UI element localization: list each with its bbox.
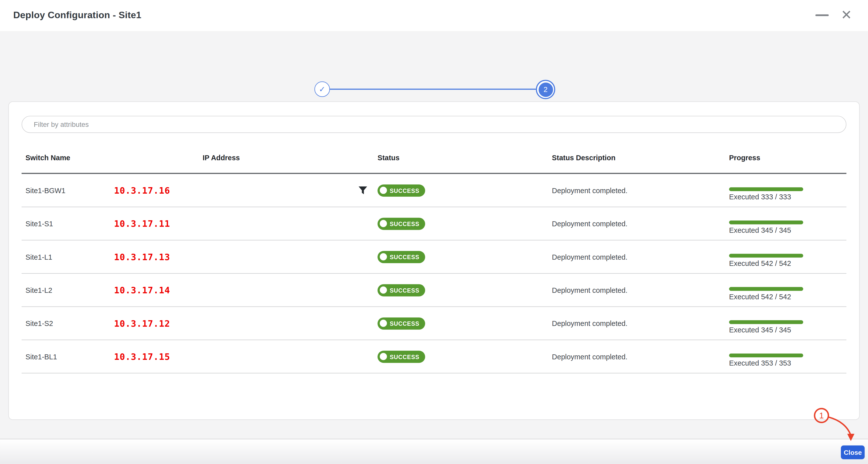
table-row: Site1-L1 10.3.17.13 SUCCESS Deployment c… [22, 240, 846, 273]
status-dot-icon [380, 187, 387, 194]
progress-cell: Executed 542 / 542 [729, 287, 806, 301]
progress-label: Executed 345 / 345 [729, 326, 806, 334]
status-description-cell: Deployment completed. [552, 319, 628, 327]
col-status: Status [377, 143, 399, 173]
progress-label: Executed 542 / 542 [729, 293, 806, 301]
deploy-configuration-dialog: Deploy Configuration - Site1 ✕ ✓ 2 Confi… [0, 0, 868, 464]
minimize-icon[interactable] [815, 14, 829, 16]
table-row: Site1-BL1 10.3.17.15 SUCCESS Deployment … [22, 340, 846, 373]
col-progress: Progress [729, 143, 760, 173]
col-status-description: Status Description [552, 143, 616, 173]
ip-address-cell: 10.3.17.12 [114, 318, 170, 328]
progress-label: Executed 542 / 542 [729, 259, 806, 267]
status-badge: SUCCESS [377, 317, 425, 329]
filter-funnel-icon[interactable] [358, 186, 368, 195]
status-dot-icon [380, 320, 387, 327]
ip-address-cell: 10.3.17.16 [114, 185, 170, 196]
stepper-connector [330, 89, 536, 90]
status-badge: SUCCESS [377, 251, 425, 263]
ip-address-cell: 10.3.17.14 [114, 285, 170, 295]
footer-bar: Close [0, 439, 868, 464]
status-dot-icon [380, 253, 387, 260]
status-dot-icon [380, 353, 387, 360]
close-icon[interactable]: ✕ [839, 7, 854, 23]
progress-bar [729, 353, 803, 357]
progress-bar [729, 187, 803, 191]
status-description-cell: Deployment completed. [552, 352, 628, 360]
ip-address-cell: 10.3.17.15 [114, 351, 170, 362]
progress-label: Executed 353 / 353 [729, 359, 806, 367]
progress-bar [729, 320, 803, 324]
status-label: SUCCESS [390, 220, 419, 227]
switch-name-cell: Site1-BGW1 [25, 186, 65, 194]
progress-cell: Executed 333 / 333 [729, 187, 806, 201]
progress-bar [729, 287, 803, 291]
filter-input[interactable] [22, 116, 846, 133]
status-description-cell: Deployment completed. [552, 219, 628, 228]
switch-name-cell: Site1-L1 [25, 253, 52, 261]
progress-bar [729, 221, 803, 225]
dialog-title: Deploy Configuration - Site1 [13, 0, 141, 31]
table-row: Site1-S2 10.3.17.12 SUCCESS Deployment c… [22, 307, 846, 340]
progress-cell: Executed 345 / 345 [729, 221, 806, 234]
step-number: 2 [538, 82, 553, 97]
progress-label: Executed 345 / 345 [729, 226, 806, 234]
stepper: ✓ 2 Config Preview Deploy Progress [0, 31, 868, 101]
step-config-preview-circle[interactable]: ✓ [314, 82, 330, 97]
step-deploy-progress-circle[interactable]: 2 [536, 80, 555, 99]
status-badge: SUCCESS [377, 350, 425, 362]
table-row: Site1-BGW1 10.3.17.16 SUCCESS Deployment… [22, 174, 846, 207]
status-label: SUCCESS [390, 353, 419, 360]
ip-address-cell: 10.3.17.13 [114, 252, 170, 262]
switch-name-cell: Site1-L2 [25, 286, 52, 294]
table-body: Site1-BGW1 10.3.17.16 SUCCESS Deployment… [22, 174, 846, 373]
progress-bar [729, 254, 803, 258]
status-badge: SUCCESS [377, 184, 425, 196]
check-icon: ✓ [319, 85, 326, 94]
progress-label: Executed 333 / 333 [729, 193, 806, 201]
table-row: Site1-L2 10.3.17.14 SUCCESS Deployment c… [22, 273, 846, 307]
switch-name-cell: Site1-S2 [25, 319, 53, 327]
status-label: SUCCESS [390, 254, 419, 260]
status-description-cell: Deployment completed. [552, 253, 628, 261]
deploy-progress-card: Switch Name IP Address Status Status Des… [8, 102, 860, 420]
status-badge: SUCCESS [377, 218, 425, 230]
close-button[interactable]: Close [841, 445, 865, 459]
col-switch-name: Switch Name [25, 143, 70, 173]
status-description-cell: Deployment completed. [552, 186, 628, 194]
status-badge: SUCCESS [377, 284, 425, 296]
switch-name-cell: Site1-BL1 [25, 352, 57, 360]
progress-cell: Executed 353 / 353 [729, 353, 806, 367]
ip-address-cell: 10.3.17.11 [114, 218, 170, 229]
status-label: SUCCESS [390, 287, 419, 294]
status-label: SUCCESS [390, 320, 419, 327]
titlebar: Deploy Configuration - Site1 ✕ [0, 0, 868, 31]
status-dot-icon [380, 286, 387, 294]
col-ip-address: IP Address [203, 143, 240, 173]
progress-cell: Executed 345 / 345 [729, 320, 806, 334]
status-dot-icon [380, 220, 387, 227]
table-row: Site1-S1 10.3.17.11 SUCCESS Deployment c… [22, 207, 846, 240]
status-description-cell: Deployment completed. [552, 286, 628, 294]
progress-cell: Executed 542 / 542 [729, 254, 806, 268]
table-header: Switch Name IP Address Status Status Des… [22, 143, 846, 174]
switch-name-cell: Site1-S1 [25, 219, 53, 228]
status-label: SUCCESS [390, 187, 419, 194]
